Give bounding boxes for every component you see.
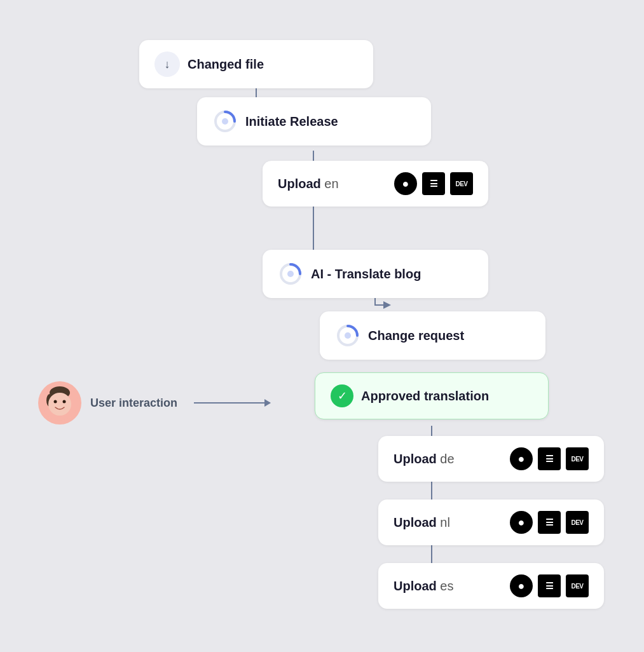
changed-file-label: Changed file bbox=[188, 57, 264, 72]
ai-translate-card: AI - Translate blog bbox=[263, 250, 488, 298]
approved-translation-label: Approved translation bbox=[361, 389, 489, 404]
dev-icon: DEV bbox=[566, 447, 589, 470]
down-arrow-icon: ↓ bbox=[154, 51, 180, 77]
user-interaction-section: User interaction bbox=[38, 381, 270, 424]
medium-icon: ● bbox=[510, 574, 533, 597]
initiate-release-icon bbox=[212, 109, 238, 134]
dev-icon: DEV bbox=[566, 574, 589, 597]
flow-diagram: ↓ Changed file Initiate Release Upload e… bbox=[0, 0, 644, 652]
user-interaction-arrow bbox=[194, 402, 270, 404]
svg-point-12 bbox=[345, 332, 351, 339]
changed-file-card: ↓ Changed file bbox=[139, 40, 373, 88]
avatar bbox=[38, 381, 81, 424]
ai-translate-icon bbox=[278, 261, 303, 287]
ai-translate-label: AI - Translate blog bbox=[311, 267, 421, 282]
upload-nl-card: Upload nl ● ☰ DEV bbox=[378, 499, 604, 545]
upload-es-card: Upload es ● ☰ DEV bbox=[378, 563, 604, 609]
upload-es-label: Upload es bbox=[394, 579, 453, 594]
svg-point-8 bbox=[222, 118, 228, 125]
medium-icon: ● bbox=[510, 447, 533, 470]
substack-icon: ☰ bbox=[538, 447, 561, 470]
change-request-card: Change request bbox=[320, 311, 545, 360]
change-request-icon bbox=[335, 323, 360, 348]
svg-marker-3 bbox=[383, 301, 391, 309]
substack-icon: ☰ bbox=[538, 511, 561, 534]
user-interaction-label: User interaction bbox=[90, 397, 177, 410]
svg-point-16 bbox=[48, 393, 71, 416]
initiate-release-label: Initiate Release bbox=[245, 114, 338, 129]
svg-point-17 bbox=[54, 400, 57, 404]
dev-icon: DEV bbox=[566, 511, 589, 534]
substack-icon: ☰ bbox=[422, 172, 445, 195]
upload-en-label: Upload en bbox=[278, 177, 339, 191]
svg-point-18 bbox=[63, 400, 66, 404]
upload-de-card: Upload de ● ☰ DEV bbox=[378, 436, 604, 482]
medium-icon: ● bbox=[394, 172, 417, 195]
upload-en-services: ● ☰ DEV bbox=[394, 172, 473, 195]
upload-de-label: Upload de bbox=[394, 452, 455, 466]
medium-icon: ● bbox=[510, 511, 533, 534]
upload-es-services: ● ☰ DEV bbox=[510, 574, 589, 597]
svg-point-10 bbox=[287, 271, 294, 277]
approved-translation-card: ✓ Approved translation bbox=[315, 372, 549, 419]
upload-en-card: Upload en ● ☰ DEV bbox=[263, 161, 488, 207]
upload-de-services: ● ☰ DEV bbox=[510, 447, 589, 470]
check-icon: ✓ bbox=[331, 384, 353, 407]
change-request-label: Change request bbox=[368, 329, 464, 343]
upload-nl-label: Upload nl bbox=[394, 515, 450, 530]
initiate-release-card: Initiate Release bbox=[197, 97, 431, 146]
substack-icon: ☰ bbox=[538, 574, 561, 597]
upload-nl-services: ● ☰ DEV bbox=[510, 511, 589, 534]
dev-icon: DEV bbox=[450, 172, 473, 195]
